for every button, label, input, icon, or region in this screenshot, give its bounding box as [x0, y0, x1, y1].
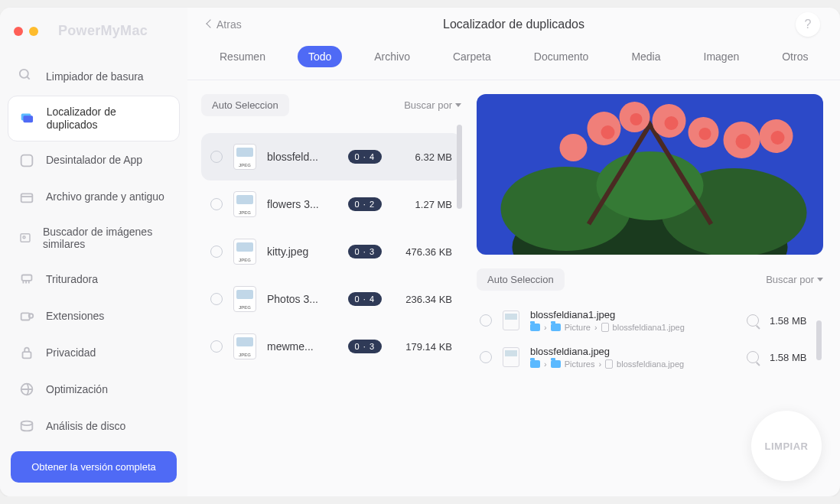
group-row[interactable]: kitty.jpeg 0 · 3 476.36 KB — [201, 228, 461, 275]
reveal-in-finder[interactable] — [747, 314, 759, 327]
group-row[interactable]: mewme... 0 · 3 179.14 KB — [201, 323, 461, 370]
window-controls: PowerMyMac — [0, 14, 187, 45]
sort-by-dropdown[interactable]: Buscar por — [404, 99, 461, 111]
row-checkbox[interactable] — [210, 151, 223, 163]
tab-media[interactable]: Media — [620, 46, 671, 67]
file-size: 6.32 MB — [392, 151, 452, 163]
auto-select-button[interactable]: Auto Seleccion — [201, 94, 289, 116]
disk-icon — [18, 418, 35, 434]
sidebar-item-extensions[interactable]: Extensiones — [8, 298, 180, 333]
row-checkbox[interactable] — [480, 351, 492, 363]
reveal-in-finder[interactable] — [747, 351, 759, 363]
box-icon — [18, 189, 35, 206]
tab-otros[interactable]: Otros — [771, 46, 819, 67]
file-size: 476.36 KB — [392, 246, 452, 258]
file-size: 236.34 KB — [392, 294, 452, 305]
sidebar-item-large-old[interactable]: Archivo grande y antiguo — [8, 180, 180, 215]
file-thumb-icon — [503, 347, 519, 367]
sidebar-item-shredder[interactable]: Trituradora — [8, 262, 180, 297]
document-icon — [605, 359, 613, 369]
jpeg-file-icon — [233, 286, 256, 312]
row-checkbox[interactable] — [480, 314, 492, 327]
back-label: Atras — [217, 18, 242, 31]
tab-resumen[interactable]: Resumen — [209, 46, 276, 67]
duplicate-filename: blossfeldiana1.jpeg — [530, 309, 736, 320]
tab-carpeta[interactable]: Carpeta — [442, 46, 502, 67]
back-button[interactable]: Atras — [207, 18, 242, 31]
svg-point-28 — [699, 128, 711, 140]
svg-point-27 — [665, 116, 679, 130]
file-name: blossfeld... — [267, 151, 337, 163]
sidebar-item-similar-images[interactable]: Buscador de imágenes similares — [8, 216, 180, 261]
help-button[interactable]: ? — [796, 12, 820, 37]
brush-icon — [18, 68, 35, 85]
lock-icon — [18, 344, 35, 361]
upgrade-button[interactable]: Obtener la versión completa — [11, 451, 177, 483]
tab-imagen[interactable]: Imagen — [693, 46, 750, 67]
row-checkbox[interactable] — [210, 198, 223, 210]
svg-point-9 — [29, 314, 34, 318]
count-badge: 0 · 3 — [348, 340, 382, 353]
auto-select-button-detail[interactable]: Auto Seleccion — [477, 268, 565, 291]
duplicate-row[interactable]: blossfeldiana.jpeg › Pictures › blossfel… — [477, 341, 823, 373]
svg-point-24 — [560, 134, 588, 161]
detail-scrollbar[interactable] — [816, 320, 822, 360]
duplicate-size: 1.58 MB — [770, 352, 820, 363]
folder-icon — [530, 360, 540, 368]
groups-list: blossfeld... 0 · 4 6.32 MB flowers 3... … — [201, 133, 461, 370]
detail-toolbar: Auto Seleccion Buscar por — [477, 268, 823, 291]
file-name: flowers 3... — [267, 198, 337, 210]
svg-rect-2 — [23, 115, 33, 122]
sidebar-item-disk[interactable]: Análisis de disco — [8, 408, 180, 444]
stack-icon — [19, 110, 36, 127]
sidebar-item-optimize[interactable]: Optimización — [8, 372, 180, 407]
app-icon — [18, 152, 35, 169]
groups-scrollbar[interactable] — [457, 125, 462, 209]
close-window[interactable] — [14, 27, 23, 36]
page-title: Localizador de duplicados — [443, 18, 584, 31]
row-checkbox[interactable] — [210, 340, 223, 353]
tab-archivo[interactable]: Archivo — [363, 46, 421, 67]
document-icon — [601, 323, 609, 332]
row-checkbox[interactable] — [210, 245, 223, 258]
file-size: 179.14 KB — [392, 341, 452, 353]
sidebar-item-label: Buscador de imágenes similares — [43, 226, 169, 252]
sidebar-item-label: Privacidad — [46, 346, 96, 359]
app-brand: PowerMyMac — [58, 23, 148, 39]
sidebar-item-privacy[interactable]: Privacidad — [8, 335, 180, 370]
svg-rect-3 — [21, 154, 33, 166]
group-row[interactable]: blossfeld... 0 · 4 6.32 MB — [201, 133, 461, 180]
file-name: Photos 3... — [267, 293, 337, 305]
shredder-icon — [18, 271, 35, 288]
jpeg-file-icon — [233, 144, 256, 170]
content-panes: Auto Seleccion Buscar por blossfeld... 0… — [187, 80, 840, 496]
row-checkbox[interactable] — [210, 293, 223, 305]
clean-button[interactable]: LIMPIAR — [751, 411, 822, 481]
sidebar-item-label: Extensiones — [46, 310, 104, 323]
duplicate-path: › Pictures › blossfeldiana.jpeg — [530, 359, 736, 369]
svg-point-29 — [736, 134, 751, 149]
file-name: mewme... — [267, 340, 337, 353]
tab-todo[interactable]: Todo — [298, 46, 342, 67]
sidebar-item-duplicates[interactable]: Localizador de duplicados — [8, 96, 180, 141]
duplicate-path: › Picture › blossfeldiana1.jpeg — [530, 323, 736, 332]
svg-point-25 — [601, 125, 615, 139]
sort-by-dropdown-detail[interactable]: Buscar por — [766, 274, 823, 285]
sidebar-item-label: Análisis de disco — [46, 420, 125, 433]
svg-point-12 — [21, 421, 33, 426]
sidebar-item-cleaner[interactable]: Limpiador de basura — [8, 59, 180, 94]
tab-documento[interactable]: Documento — [523, 46, 600, 67]
duplicate-info: blossfeldiana.jpeg › Pictures › blossfel… — [530, 346, 736, 369]
sidebar-item-label: Optimización — [46, 383, 108, 396]
group-row[interactable]: Photos 3... 0 · 4 236.34 KB — [201, 275, 461, 323]
topbar: Atras Localizador de duplicados ? — [187, 8, 840, 35]
sidebar-item-label: Limpiador de basura — [46, 70, 144, 83]
jpeg-file-icon — [233, 191, 256, 217]
sidebar-item-uninstaller[interactable]: Desintalador de App — [8, 143, 180, 178]
group-row[interactable]: flowers 3... 0 · 2 1.27 MB — [201, 180, 461, 228]
chevron-left-icon — [206, 19, 214, 28]
duplicate-row[interactable]: blossfeldiana1.jpeg › Picture › blossfel… — [477, 304, 823, 337]
minimize-window[interactable] — [29, 27, 38, 36]
sidebar-nav: Limpiador de basura Localizador de dupli… — [0, 59, 187, 444]
svg-rect-7 — [22, 275, 32, 281]
